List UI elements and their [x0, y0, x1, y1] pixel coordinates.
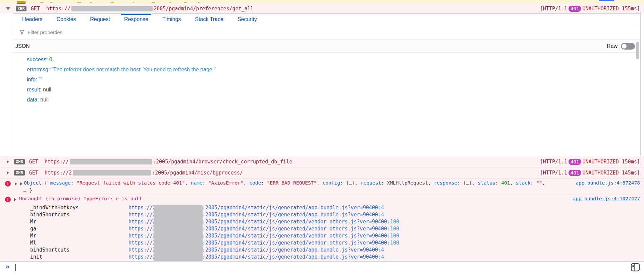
- stack-frame-row: _bindWithHotkeyshttps://2:2005/pgadmin4/…: [0, 205, 644, 212]
- tab-stack-trace[interactable]: Stack Trace: [195, 14, 223, 25]
- property-colon: :: [37, 97, 40, 102]
- tab-headers[interactable]: Headers: [22, 14, 42, 25]
- network-row-preferences[interactable]: XHR GET https://2005/pgadmin4/preference…: [0, 4, 644, 13]
- error-icon: !: [5, 197, 11, 202]
- expand-arrow-icon[interactable]: [7, 160, 9, 163]
- stack-url-prefix[interactable]: https://2: [128, 205, 156, 211]
- token-str: "Request failed with status code 401": [76, 180, 185, 186]
- tab-timings[interactable]: Timings: [162, 14, 181, 25]
- devtools-console-panel: XHR GET https://2005/pgadmin4/preference…: [0, 0, 644, 279]
- clipped-text-fragment: [90, 2, 92, 3]
- token-punc: :: [457, 180, 463, 186]
- scrollbar-thumb[interactable]: [636, 42, 639, 59]
- source-link[interactable]: app.bundle.js:4:872478: [576, 180, 640, 186]
- stack-url-prefix[interactable]: https://2: [128, 240, 156, 246]
- token-punc: :: [203, 180, 208, 186]
- request-url[interactable]: https://2005/pgadmin4/preferences/get_al…: [46, 6, 254, 12]
- stack-url-prefix[interactable]: https://2: [128, 247, 156, 253]
- stack-line-number: :100: [387, 233, 399, 239]
- stack-line-number: :4: [378, 247, 384, 253]
- request-url[interactable]: https://:2005/pgadmin4/browser/check_cor…: [45, 159, 292, 165]
- stack-url-prefix[interactable]: https://2: [128, 226, 156, 232]
- redacted-host: [73, 170, 151, 176]
- stack-source-link[interactable]: :2005/pgadmin4/static/js/generated/vendo…: [202, 233, 399, 239]
- expand-arrow-icon[interactable]: [7, 171, 9, 175]
- stack-function-name: bindShortcuts: [30, 247, 69, 253]
- clipped-text-fragment: [111, 2, 114, 3]
- clipped-text-fragment: [169, 2, 171, 3]
- stack-source-link[interactable]: :2005/pgadmin4/static/js/generated/app.b…: [202, 205, 384, 211]
- stack-url-prefix[interactable]: https://2: [128, 219, 156, 225]
- token-key: status: [478, 180, 495, 186]
- xhr-badge: XHR: [14, 170, 25, 176]
- stack-source-link[interactable]: :2005/pgadmin4/static/js/generated/vendo…: [202, 226, 399, 232]
- status-code-badge: 401: [569, 6, 581, 12]
- object-expand-arrow-icon[interactable]: [20, 182, 22, 186]
- token-punc: ,: [355, 180, 361, 186]
- token-str: "": [536, 180, 542, 186]
- request-method: GET: [31, 6, 40, 12]
- clipped-text-fragment: [198, 2, 200, 3]
- network-row[interactable]: XHRGEThttps://2:2005/pgadmin4/misc/bgpro…: [0, 167, 644, 178]
- stack-source-link[interactable]: :2005/pgadmin4/static/js/generated/app.b…: [202, 212, 384, 218]
- request-detail-panel: HeadersCookiesRequestResponseTimingsStac…: [13, 13, 641, 156]
- network-row[interactable]: XHRGEThttps://:2005/pgadmin4/browser/che…: [0, 156, 644, 167]
- split-console-icon[interactable]: [631, 263, 640, 272]
- stack-url-path: :2005/pgadmin4/static/js/generated/app.b…: [202, 205, 378, 211]
- token-punc: :: [71, 180, 76, 186]
- error-object-preview[interactable]: Object { message: "Request failed with s…: [24, 180, 545, 186]
- stack-source-link[interactable]: :2005/pgadmin4/static/js/generated/app.b…: [202, 254, 384, 260]
- tab-security[interactable]: Security: [237, 14, 257, 25]
- stack-function-name: ga: [30, 226, 36, 232]
- console-input[interactable]: [18, 263, 588, 272]
- stack-frame-row: bindShortcutshttps://2:2005/pgadmin4/sta…: [0, 212, 644, 219]
- expand-arrow-icon[interactable]: [14, 198, 16, 201]
- url-prefix: https://: [45, 159, 69, 165]
- stack-frame-row: inithttps://2:2005/pgadmin4/static/js/ge…: [0, 254, 644, 261]
- filter-row: [13, 25, 640, 40]
- collapse-arrow-icon[interactable]: [6, 7, 10, 10]
- tab-request[interactable]: Request: [90, 14, 110, 25]
- token-punc: :: [381, 180, 387, 186]
- url-suffix: :2005/pgadmin4/browser/check_corrupted_d…: [153, 159, 292, 165]
- stack-function-name: bindShortcuts: [30, 212, 69, 218]
- token-punc: ,: [510, 180, 516, 186]
- stack-frame-row: Mrhttps://2:2005/pgadmin4/static/js/gene…: [0, 219, 644, 226]
- stack-source-link[interactable]: :2005/pgadmin4/static/js/generated/vendo…: [202, 240, 399, 246]
- token-key: message: [50, 180, 71, 186]
- stack-frame-row: Mlhttps://2:2005/pgadmin4/static/js/gene…: [0, 240, 644, 247]
- stack-url-prefix[interactable]: https://2: [128, 233, 156, 239]
- token-ell: {…}: [346, 180, 355, 186]
- property-value: "The referrer does not match the host. Y…: [51, 67, 216, 72]
- xhr-badge: XHR: [14, 159, 25, 164]
- stack-frame-row: Mrhttps://2:2005/pgadmin4/static/js/gene…: [0, 233, 644, 240]
- stack-url-path: :2005/pgadmin4/static/js/generated/vendo…: [202, 219, 387, 225]
- filter-properties-input[interactable]: [28, 29, 162, 35]
- stack-source-link[interactable]: :2005/pgadmin4/static/js/generated/app.b…: [202, 247, 384, 253]
- raw-toggle[interactable]: [621, 43, 635, 50]
- stack-frame-row: gahttps://2:2005/pgadmin4/static/js/gene…: [0, 226, 644, 233]
- request-url[interactable]: https://2:2005/pgadmin4/misc/bgprocess/: [45, 170, 243, 176]
- clipped-text-fragment: [40, 2, 44, 3]
- json-property-row: result: null: [27, 85, 640, 95]
- stack-url-prefix[interactable]: https://2: [128, 254, 156, 260]
- xhr-badge: XHR: [16, 6, 26, 11]
- tab-cookies[interactable]: Cookies: [56, 14, 76, 25]
- stack-trace: _bindWithHotkeyshttps://2:2005/pgadmin4/…: [0, 205, 644, 261]
- console-input-row: »: [0, 261, 644, 279]
- stack-url-prefix[interactable]: https://2: [128, 212, 156, 218]
- warning-icon: [17, 1, 25, 4]
- detail-tabs: HeadersCookiesRequestResponseTimingsStac…: [13, 14, 640, 25]
- tab-response[interactable]: Response: [124, 14, 148, 25]
- url-prefix: https://2: [45, 170, 72, 176]
- stack-line-number: :100: [387, 226, 399, 232]
- error-message: Uncaught (in promise) TypeError: e is nu…: [19, 196, 142, 201]
- token-str: "ERR_BAD_REQUEST": [267, 180, 317, 186]
- property-key: data: [27, 97, 37, 102]
- property-value: "": [39, 77, 42, 82]
- stack-frame-row: bindShortcutshttps://2:2005/pgadmin4/sta…: [0, 247, 644, 254]
- token-key: code: [249, 180, 261, 186]
- source-link[interactable]: app.bundle.js:4:1027427: [573, 196, 640, 201]
- stack-source-link[interactable]: :2005/pgadmin4/static/js/generated/vendo…: [202, 219, 399, 225]
- expand-arrow-icon[interactable]: [15, 182, 17, 186]
